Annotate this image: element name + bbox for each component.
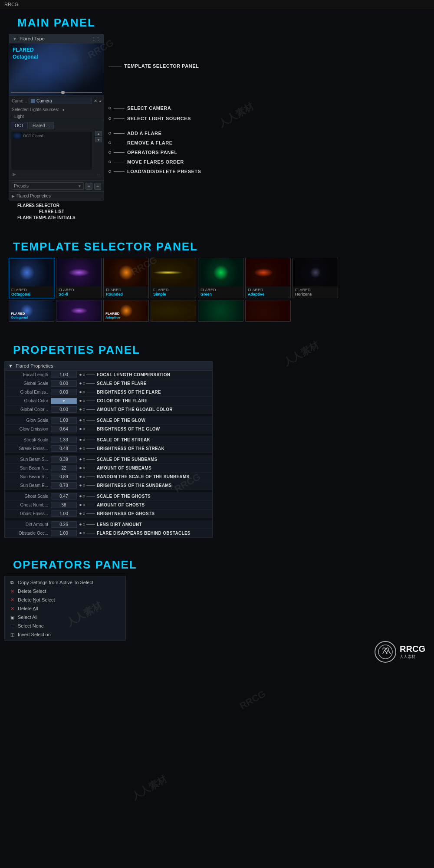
- op-delete-all[interactable]: ✕ Delete All: [5, 604, 125, 613]
- template-image-area[interactable]: FLARED Octagonal: [9, 43, 104, 95]
- prop-label-streak-scale: Streak Scale: [7, 437, 51, 442]
- template-card-labels-horizons: FLARED Horizons: [293, 286, 338, 298]
- prop-triangle[interactable]: ▼: [8, 363, 13, 368]
- expand-icon[interactable]: ▶: [13, 171, 16, 177]
- prop-value-gcoloramt[interactable]: 0.00: [51, 406, 77, 413]
- op-select-none[interactable]: ⬚ Select None: [5, 621, 125, 630]
- bottom-thumb-1[interactable]: FLAREDOctagonal: [9, 300, 54, 322]
- prop-connector-sunbeam-emiss: [79, 484, 95, 487]
- prop-value-gscale[interactable]: 0.00: [51, 380, 77, 387]
- prop-row-streak-emiss: Streak Emiss... 0.48 BRIGHTNESS OF THE S…: [5, 444, 212, 453]
- template-card-scifi[interactable]: FLARED Sci-fi: [56, 258, 102, 298]
- template-card-horizons[interactable]: FLARED Horizons: [293, 258, 338, 298]
- template-card-adaptive[interactable]: FLARED Adaptive: [245, 258, 291, 298]
- expand-row: ▶ ⋯: [11, 170, 102, 178]
- template-card-rounded[interactable]: FLARED Rounded: [103, 258, 149, 298]
- op-label-delete-not-select: Delete Not Select: [18, 597, 55, 602]
- move-down-button[interactable]: ▼: [95, 137, 102, 142]
- flare-entry-name: OCT Flared: [23, 134, 43, 138]
- prop-value-sunbeam-scale[interactable]: 0.39: [51, 456, 77, 463]
- op-delete-select[interactable]: ✕ Delete Select: [5, 587, 125, 595]
- prop-value-streak-emiss[interactable]: 0.48: [51, 445, 77, 452]
- camera-label: Came...: [12, 99, 27, 103]
- prop-value-streak-scale[interactable]: 1.33: [51, 437, 77, 443]
- template-card-simple[interactable]: FLARED Simple: [151, 258, 196, 298]
- template-card-green[interactable]: FLARED Green: [198, 258, 243, 298]
- template-card-img-rounded: [104, 258, 148, 286]
- prop-connector-glow-scale: [79, 419, 95, 421]
- prop-value-sunbeam-rand[interactable]: 0.89: [51, 473, 77, 480]
- bottom-thumb-3[interactable]: FLAREDAdaptive: [103, 300, 149, 322]
- prop-connector-ghost-num: [79, 504, 95, 506]
- prop-dot-sbn-1: [79, 467, 82, 469]
- prop-dot-gcolor-2: [83, 400, 85, 402]
- prop-value-gemiss[interactable]: 0.00: [51, 389, 77, 395]
- op-delete-not-select[interactable]: ✕ Delete Not Select: [5, 595, 125, 604]
- prop-value-gcolor[interactable]: ▼: [51, 398, 77, 404]
- prop-dot-dirt-2: [83, 523, 85, 526]
- template-card-octagonal[interactable]: FLARED Octagonal: [9, 258, 54, 298]
- prop-row-ghost-emiss: Ghost Emiss... 1.00 BRIGHTNESS OF GHOSTS: [5, 510, 212, 518]
- prop-value-sunbeam-emiss[interactable]: 0.78: [51, 482, 77, 489]
- prop-line-sbr: [86, 477, 95, 477]
- prop-value-obstacle[interactable]: 1.00: [51, 530, 77, 536]
- properties-section-title: PROPERTIES PANEL: [4, 336, 430, 361]
- op-select-all[interactable]: ▣ Select All: [5, 613, 125, 621]
- collapse-triangle[interactable]: ▼: [13, 36, 17, 41]
- prop-ann-ghost-emiss: BRIGHTNESS OF GHOSTS: [97, 511, 155, 516]
- prop-value-ghost-emiss[interactable]: 1.00: [51, 510, 77, 517]
- prop-label-sunbeam-emiss: Sun Beam E...: [7, 483, 51, 488]
- flare-tab-flared[interactable]: Flared ...: [29, 122, 53, 129]
- flared-props-label: Flared Proprieties: [16, 194, 51, 198]
- remove-preset-button[interactable]: −: [94, 183, 101, 190]
- add-preset-button[interactable]: +: [85, 183, 92, 190]
- prop-connector-dirt: [79, 523, 95, 526]
- prop-value-focal[interactable]: 1.00: [51, 372, 77, 378]
- prop-row-global-scale: Global Scale 0.00 SCALE OF THE FLARE: [5, 379, 212, 388]
- props-triangle[interactable]: ▶: [12, 194, 15, 198]
- prop-line-sbs: [86, 459, 95, 460]
- prop-dot-gcolor-1: [79, 400, 82, 402]
- light-sources-slider[interactable]: ◂: [62, 107, 64, 112]
- ann-dot-add: [108, 132, 111, 135]
- move-up-button[interactable]: ▲: [95, 131, 102, 136]
- op-copy-settings[interactable]: ⧉ Copy Settings from Active To Select: [5, 578, 125, 587]
- select-all-icon: ▣: [9, 614, 15, 620]
- prop-ann-gscale: SCALE OF THE FLARE: [97, 381, 147, 386]
- move-flares-arrows: ▲ ▼: [95, 131, 102, 142]
- select-none-icon: ⬚: [9, 623, 15, 629]
- panel-header: ▼ Flared Type ⋮⋮: [9, 34, 104, 43]
- prop-value-sunbeam-num[interactable]: 22: [51, 465, 77, 471]
- bottom-thumb-4[interactable]: [151, 300, 196, 322]
- prop-value-dirt[interactable]: 0.26: [51, 521, 77, 528]
- light-sources-row: Selected Lights sources: ◂: [9, 106, 104, 113]
- annotations-col: SELECT CAMERA TEMPLATE SELECTOR PANEL SE…: [108, 34, 201, 185]
- prop-line-se: [86, 448, 95, 449]
- color-down-arrow: ▼: [62, 399, 66, 403]
- flare-tab-oct[interactable]: OCT: [11, 122, 28, 129]
- prop-dot-ghe-2: [83, 513, 85, 515]
- template-card-name-7: FLARED: [295, 288, 335, 292]
- prop-value-glow-emiss[interactable]: 0.64: [51, 426, 77, 432]
- camera-input[interactable]: Camera: [29, 98, 92, 104]
- bottom-thumb-6[interactable]: [245, 300, 291, 322]
- template-slider[interactable]: [11, 92, 102, 93]
- prop-value-glow-scale[interactable]: 1.00: [51, 417, 77, 424]
- camera-clear-button[interactable]: ✕: [94, 99, 97, 103]
- prop-line-dirt: [86, 524, 95, 525]
- template-card-name-2: FLARED: [59, 288, 99, 292]
- prop-ann-sunbeam-rand: RANDOM THE SCALE OF THE SUNBEAMS: [97, 474, 190, 479]
- bottom-thumb-5[interactable]: [198, 300, 243, 322]
- prop-value-ghost-num[interactable]: 58: [51, 502, 77, 508]
- prop-connector-ghost-emiss: [79, 513, 95, 515]
- prop-row-global-color: Global Color ▼ COLOR OF THE FLARE: [5, 397, 212, 405]
- op-invert-selection[interactable]: ◫ Invert Selection: [5, 630, 125, 639]
- ann-line-presets: [114, 171, 125, 172]
- presets-select[interactable]: Presets ▼: [12, 182, 84, 190]
- bottom-thumb-2[interactable]: [56, 300, 102, 322]
- prop-dot-sbs-1: [79, 458, 82, 460]
- prop-dot-ghn-2: [83, 504, 85, 506]
- prop-value-ghost-scale[interactable]: 0.47: [51, 493, 77, 500]
- camera-expand-icon[interactable]: ◂: [99, 99, 101, 103]
- prop-dot-ghe-1: [79, 513, 82, 515]
